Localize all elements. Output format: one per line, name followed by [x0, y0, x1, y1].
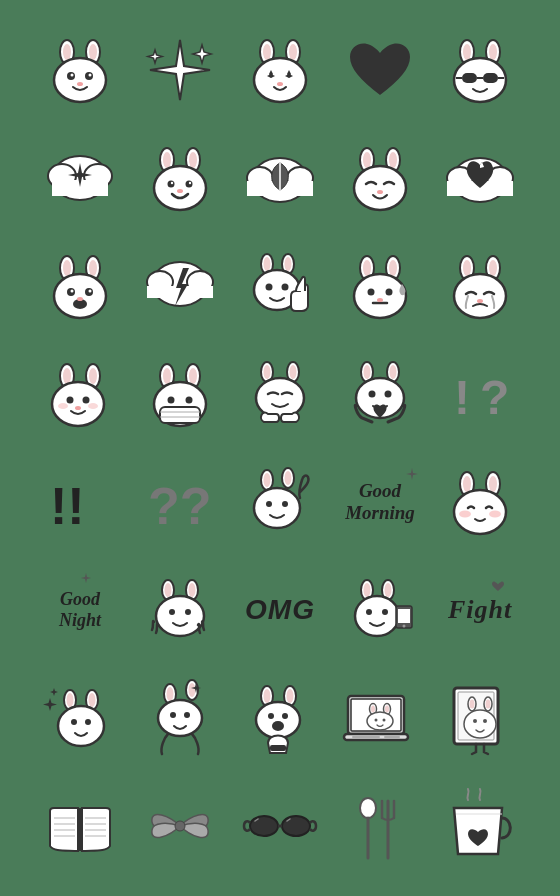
sticker-38[interactable]: [230, 772, 330, 880]
svg-point-138: [489, 476, 497, 492]
svg-point-95: [89, 368, 97, 384]
sticker-29[interactable]: [330, 556, 430, 664]
svg-point-19: [489, 44, 497, 60]
svg-point-65: [77, 297, 83, 301]
svg-point-4: [54, 58, 106, 102]
svg-point-98: [83, 397, 90, 404]
sticker-9[interactable]: [330, 124, 430, 232]
sticker-36[interactable]: [30, 772, 130, 880]
sticker-21[interactable]: !!: [30, 448, 130, 556]
svg-point-176: [287, 689, 294, 703]
svg-point-62: [71, 290, 74, 293]
svg-point-162: [89, 693, 96, 707]
sticker-3[interactable]: [230, 16, 330, 124]
sticker-13[interactable]: [230, 232, 330, 340]
sticker-10[interactable]: [430, 124, 530, 232]
svg-point-187: [385, 706, 389, 713]
svg-point-79: [363, 260, 371, 276]
sticker-5[interactable]: [430, 16, 530, 124]
svg-point-115: [290, 365, 297, 379]
sticker-6[interactable]: [30, 124, 130, 232]
sticker-23[interactable]: [230, 448, 330, 556]
svg-point-99: [58, 403, 68, 409]
svg-point-80: [389, 260, 397, 276]
sticker-1[interactable]: [30, 16, 130, 124]
svg-point-72: [264, 257, 271, 271]
sticker-19[interactable]: [330, 340, 430, 448]
sticker-22[interactable]: ??: [130, 448, 230, 556]
sticker-4[interactable]: [330, 16, 430, 124]
sticker-31[interactable]: [30, 664, 130, 772]
svg-point-48: [389, 152, 397, 168]
sticker-7[interactable]: [130, 124, 230, 232]
sticker-17[interactable]: [130, 340, 230, 448]
svg-point-32: [163, 152, 171, 168]
svg-point-201: [473, 719, 477, 723]
svg-point-7: [71, 74, 74, 77]
svg-point-179: [282, 713, 288, 719]
svg-point-33: [189, 152, 197, 168]
sticker-32[interactable]: [130, 664, 230, 772]
sticker-18[interactable]: [230, 340, 330, 448]
svg-point-88: [463, 260, 471, 276]
svg-point-2: [63, 44, 71, 60]
svg-point-101: [75, 406, 81, 410]
svg-point-154: [366, 609, 372, 615]
sticker-25[interactable]: [430, 448, 530, 556]
sticker-33[interactable]: [230, 664, 330, 772]
svg-point-164: [71, 719, 77, 725]
svg-point-119: [364, 365, 371, 379]
sticker-28[interactable]: OMG: [230, 556, 330, 664]
svg-point-172: [184, 712, 190, 718]
svg-point-189: [375, 719, 378, 722]
sticker-8[interactable]: [230, 124, 330, 232]
svg-rect-22: [483, 73, 498, 83]
svg-point-186: [371, 706, 375, 713]
svg-point-58: [89, 260, 97, 276]
sticker-40[interactable]: [430, 772, 530, 880]
svg-point-105: [189, 368, 197, 384]
svg-point-108: [186, 397, 193, 404]
sticker-39[interactable]: [330, 772, 430, 880]
svg-point-177: [256, 702, 300, 738]
sticker-12[interactable]: [130, 232, 230, 340]
sticker-15[interactable]: [430, 232, 530, 340]
sticker-16[interactable]: [30, 340, 130, 448]
sticker-2[interactable]: [130, 16, 230, 124]
svg-point-38: [189, 182, 191, 184]
svg-point-36: [186, 181, 193, 188]
sticker-24[interactable]: Good Morning: [330, 448, 430, 556]
svg-rect-192: [352, 736, 380, 738]
svg-point-49: [354, 166, 406, 210]
svg-point-100: [88, 403, 98, 409]
svg-text:??: ??: [148, 477, 212, 535]
svg-point-8: [89, 74, 92, 77]
sticker-37[interactable]: [130, 772, 230, 880]
svg-point-104: [163, 368, 171, 384]
sticker-30[interactable]: Fight: [430, 556, 530, 664]
svg-point-18: [463, 44, 471, 60]
svg-point-198: [470, 700, 475, 709]
sticker-26[interactable]: GoodNight: [30, 556, 130, 664]
sticker-34[interactable]: [330, 664, 430, 772]
svg-point-75: [266, 284, 273, 291]
sticker-14[interactable]: [330, 232, 430, 340]
svg-point-158: [403, 625, 406, 628]
svg-point-122: [369, 391, 376, 398]
svg-point-107: [168, 397, 175, 404]
svg-point-199: [486, 700, 491, 709]
sticker-35[interactable]: [430, 664, 530, 772]
sticker-11[interactable]: [30, 232, 130, 340]
svg-text:?: ?: [480, 371, 509, 424]
svg-point-120: [390, 365, 397, 379]
sticker-27[interactable]: [130, 556, 230, 664]
svg-point-37: [171, 182, 173, 184]
sticker-20[interactable]: ! ?: [430, 340, 530, 448]
svg-point-145: [189, 583, 196, 597]
svg-point-165: [85, 719, 91, 725]
svg-point-83: [386, 289, 393, 296]
svg-point-34: [154, 166, 206, 210]
svg-point-89: [489, 260, 497, 276]
svg-point-59: [54, 274, 106, 318]
svg-point-81: [354, 274, 406, 318]
